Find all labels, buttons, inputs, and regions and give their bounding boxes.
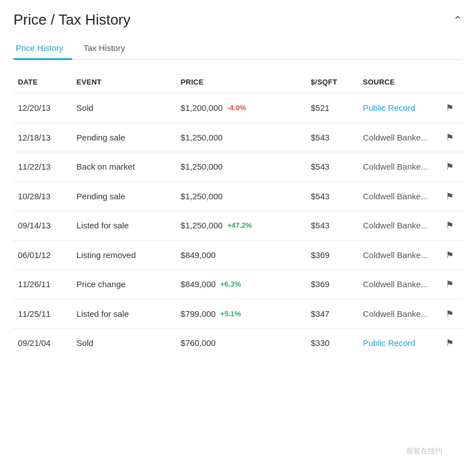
cell-sqft: $543 xyxy=(306,181,358,211)
cell-date: 06/01/12 xyxy=(13,240,72,270)
cell-source: Coldwell Banke... xyxy=(358,211,436,241)
cell-price: $1,250,000 xyxy=(176,181,306,211)
flag-icon[interactable]: ⚑ xyxy=(446,103,454,113)
price-history-table: DATE EVENT PRICE $/SQFT SOURCE 12/20/13S… xyxy=(13,73,463,358)
table-row: 06/01/12Listing removed$849,000$369Coldw… xyxy=(13,240,463,270)
cell-sqft: $543 xyxy=(306,123,358,152)
cell-event: Pending sale xyxy=(72,123,176,152)
cell-date: 11/25/11 xyxy=(13,299,72,329)
flag-icon[interactable]: ⚑ xyxy=(446,250,454,260)
source-text: Coldwell Banke... xyxy=(363,279,428,289)
price-value: $1,250,000 xyxy=(181,221,223,230)
tab-price-history[interactable]: Price History xyxy=(13,39,72,60)
cell-date: 09/21/04 xyxy=(13,329,72,358)
cell-event: Listed for sale xyxy=(72,299,176,329)
cell-event: Listed for sale xyxy=(72,211,176,241)
col-header-price: PRICE xyxy=(176,73,306,93)
col-header-date: DATE xyxy=(13,73,72,93)
cell-sqft: $543 xyxy=(306,211,358,241)
price-value: $849,000 xyxy=(181,279,216,289)
cell-event: Price change xyxy=(72,270,176,299)
col-header-source: SOURCE xyxy=(358,73,436,93)
col-header-sqft: $/SQFT xyxy=(306,73,358,93)
table-row: 11/25/11Listed for sale$799,000+5.1%$347… xyxy=(13,299,463,329)
source-text: Coldwell Banke... xyxy=(363,309,428,319)
table-row: 10/28/13Pending sale$1,250,000$543Coldwe… xyxy=(13,181,463,211)
table-row: 11/26/11Price change$849,000+6.3%$369Col… xyxy=(13,270,463,299)
collapse-icon[interactable]: ⌃ xyxy=(453,13,463,27)
col-header-event: EVENT xyxy=(72,73,176,93)
cell-price: $1,200,000-4.0% xyxy=(176,93,306,123)
cell-price: $799,000+5.1% xyxy=(176,299,306,329)
cell-flag[interactable]: ⚑ xyxy=(436,152,463,182)
table-row: 11/22/13Back on market$1,250,000$543Cold… xyxy=(13,152,463,182)
header-row: DATE EVENT PRICE $/SQFT SOURCE xyxy=(13,73,463,93)
table-row: 09/14/13Listed for sale$1,250,000+47.2%$… xyxy=(13,211,463,241)
cell-flag[interactable]: ⚑ xyxy=(436,93,463,123)
source-link[interactable]: Public Record xyxy=(363,103,415,113)
cell-source: Coldwell Banke... xyxy=(358,181,436,211)
flag-icon[interactable]: ⚑ xyxy=(446,221,454,230)
flag-icon[interactable]: ⚑ xyxy=(446,191,454,201)
price-change: +6.3% xyxy=(220,280,241,288)
table-row: 12/18/13Pending sale$1,250,000$543Coldwe… xyxy=(13,123,463,152)
tabs-container: Price History Tax History xyxy=(13,39,463,60)
cell-source: Coldwell Banke... xyxy=(358,299,436,329)
source-text: Coldwell Banke... xyxy=(363,162,428,171)
price-value: $849,000 xyxy=(181,250,216,260)
source-text: Coldwell Banke... xyxy=(363,191,428,201)
cell-price: $1,250,000 xyxy=(176,152,306,182)
cell-sqft: $347 xyxy=(306,299,358,329)
cell-source: Coldwell Banke... xyxy=(358,270,436,299)
cell-flag[interactable]: ⚑ xyxy=(436,270,463,299)
cell-flag[interactable]: ⚑ xyxy=(436,299,463,329)
tab-tax-history[interactable]: Tax History xyxy=(81,39,134,60)
flag-icon[interactable]: ⚑ xyxy=(446,133,454,142)
cell-date: 12/20/13 xyxy=(13,93,72,123)
cell-flag[interactable]: ⚑ xyxy=(436,240,463,270)
source-text: Coldwell Banke... xyxy=(363,221,428,230)
cell-source[interactable]: Public Record xyxy=(358,93,436,123)
flag-icon[interactable]: ⚑ xyxy=(446,279,454,289)
cell-flag[interactable]: ⚑ xyxy=(436,123,463,152)
price-change: -4.0% xyxy=(227,104,246,112)
source-text: Coldwell Banke... xyxy=(363,250,428,260)
price-value: $760,000 xyxy=(181,338,216,348)
cell-event: Pending sale xyxy=(72,181,176,211)
main-container: Price / Tax History ⌃ Price History Tax … xyxy=(0,0,476,369)
cell-event: Sold xyxy=(72,329,176,358)
cell-date: 09/14/13 xyxy=(13,211,72,241)
page-header: Price / Tax History ⌃ xyxy=(13,11,463,29)
cell-source: Coldwell Banke... xyxy=(358,152,436,182)
flag-icon[interactable]: ⚑ xyxy=(446,162,454,171)
price-value: $1,250,000 xyxy=(181,162,223,171)
table-row: 09/21/04Sold$760,000$330Public Record⚑ xyxy=(13,329,463,358)
watermark: 假装在纽约 xyxy=(406,446,442,456)
cell-sqft: $330 xyxy=(306,329,358,358)
source-link[interactable]: Public Record xyxy=(363,338,415,348)
price-value: $1,200,000 xyxy=(181,103,223,113)
cell-flag[interactable]: ⚑ xyxy=(436,211,463,241)
cell-price: $760,000 xyxy=(176,329,306,358)
price-value: $1,250,000 xyxy=(181,191,223,201)
price-change: +47.2% xyxy=(227,221,252,230)
price-change: +5.1% xyxy=(220,310,241,318)
cell-flag[interactable]: ⚑ xyxy=(436,329,463,358)
cell-event: Back on market xyxy=(72,152,176,182)
cell-sqft: $521 xyxy=(306,93,358,123)
cell-source: Coldwell Banke... xyxy=(358,240,436,270)
cell-date: 12/18/13 xyxy=(13,123,72,152)
cell-date: 11/22/13 xyxy=(13,152,72,182)
col-header-flag xyxy=(436,73,463,93)
cell-sqft: $543 xyxy=(306,152,358,182)
table-row: 12/20/13Sold$1,200,000-4.0%$521Public Re… xyxy=(13,93,463,123)
flag-icon[interactable]: ⚑ xyxy=(446,309,454,319)
page-title: Price / Tax History xyxy=(13,11,130,29)
flag-icon[interactable]: ⚑ xyxy=(446,338,454,348)
cell-event: Listing removed xyxy=(72,240,176,270)
source-text: Coldwell Banke... xyxy=(363,133,428,142)
cell-source[interactable]: Public Record xyxy=(358,329,436,358)
cell-source: Coldwell Banke... xyxy=(358,123,436,152)
cell-flag[interactable]: ⚑ xyxy=(436,181,463,211)
cell-price: $849,000+6.3% xyxy=(176,270,306,299)
